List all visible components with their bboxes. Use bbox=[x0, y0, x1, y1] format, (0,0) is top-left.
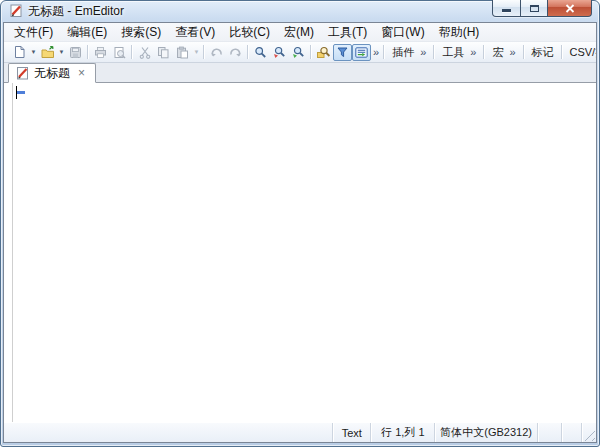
menu-item-macros[interactable]: 宏(M) bbox=[277, 23, 321, 41]
plugins-overflow-icon[interactable]: » bbox=[418, 44, 428, 61]
print-preview-button[interactable] bbox=[110, 44, 129, 61]
undo-button[interactable] bbox=[207, 44, 226, 61]
toolbar-separator bbox=[310, 45, 312, 59]
open-file-icon bbox=[41, 46, 55, 59]
window-controls bbox=[492, 0, 592, 17]
macros-toolbar-button[interactable]: 宏 bbox=[490, 45, 505, 60]
menu-item-compare[interactable]: 比较(C) bbox=[222, 23, 277, 41]
emeditor-document-icon bbox=[16, 67, 29, 80]
app-icon bbox=[9, 4, 23, 18]
toolbar-separator bbox=[433, 45, 435, 59]
find-in-files-icon bbox=[317, 46, 331, 59]
toolbar-group-markers: 标记 bbox=[527, 45, 559, 60]
minimize-icon bbox=[502, 9, 511, 12]
macros-overflow-icon[interactable]: » bbox=[507, 44, 517, 61]
csv-sort-toolbar-button[interactable]: CSV/排序 bbox=[568, 45, 597, 60]
toolbar-separator bbox=[383, 45, 385, 59]
copy-icon bbox=[157, 46, 170, 59]
find-button[interactable] bbox=[251, 44, 270, 61]
menu-item-window[interactable]: 窗口(W) bbox=[374, 23, 431, 41]
find-next-icon bbox=[273, 46, 286, 59]
toolbar-separator bbox=[203, 45, 205, 59]
tab-label: 无标题 bbox=[34, 65, 70, 82]
find-in-files-button[interactable] bbox=[314, 44, 333, 61]
cut-icon bbox=[139, 46, 151, 59]
toolbar-group-macros: 宏 » bbox=[487, 44, 520, 61]
close-icon bbox=[565, 4, 575, 13]
toolbar-separator bbox=[87, 45, 89, 59]
menu-item-search[interactable]: 搜索(S) bbox=[114, 23, 168, 41]
print-preview-icon bbox=[113, 46, 126, 59]
client-area: 文件(F) 编辑(E) 搜索(S) 查看(V) 比较(C) 宏(M) 工具(T)… bbox=[3, 22, 597, 443]
menu-item-help[interactable]: 帮助(H) bbox=[432, 23, 487, 41]
status-grip-cell bbox=[581, 423, 596, 442]
minimize-button[interactable] bbox=[492, 0, 521, 17]
cut-button[interactable] bbox=[135, 44, 154, 61]
redo-button[interactable] bbox=[226, 44, 245, 61]
menu-item-edit[interactable]: 编辑(E) bbox=[60, 23, 114, 41]
find-next-button[interactable] bbox=[270, 44, 289, 61]
tab-close-button[interactable]: × bbox=[75, 67, 88, 79]
find-icon bbox=[254, 46, 267, 59]
print-icon bbox=[94, 46, 107, 59]
print-button[interactable] bbox=[91, 44, 110, 61]
undo-icon bbox=[210, 46, 223, 58]
tools-toolbar-button[interactable]: 工具 bbox=[440, 45, 466, 60]
status-bar: Text 行 1,列 1 简体中文(GB2312) bbox=[4, 422, 596, 442]
status-empty-cell bbox=[561, 423, 581, 442]
menubar: 文件(F) 编辑(E) 搜索(S) 查看(V) 比较(C) 宏(M) 工具(T)… bbox=[4, 23, 596, 42]
editor-margin-line bbox=[12, 83, 13, 422]
eof-marker bbox=[17, 91, 25, 94]
filter-toggle-button[interactable] bbox=[333, 44, 352, 61]
word-wrap-icon bbox=[355, 46, 368, 59]
paste-icon bbox=[176, 46, 189, 59]
paste-button[interactable] bbox=[173, 44, 192, 61]
redo-icon bbox=[229, 46, 242, 58]
new-file-icon bbox=[13, 45, 26, 59]
status-mode[interactable]: Text bbox=[332, 423, 370, 442]
maximize-icon bbox=[530, 5, 539, 12]
resize-grip[interactable] bbox=[584, 430, 595, 441]
menu-item-file[interactable]: 文件(F) bbox=[7, 23, 60, 41]
close-button[interactable] bbox=[548, 0, 592, 17]
document-tab[interactable]: 无标题 × bbox=[8, 63, 96, 83]
toolbar-separator bbox=[523, 45, 525, 59]
maximize-button[interactable] bbox=[521, 0, 548, 17]
tools-overflow-icon[interactable]: » bbox=[468, 44, 478, 61]
menu-item-tools[interactable]: 工具(T) bbox=[321, 23, 374, 41]
copy-button[interactable] bbox=[154, 44, 173, 61]
tab-bar: 无标题 × bbox=[4, 63, 596, 83]
new-file-dropdown[interactable]: ▼ bbox=[29, 44, 38, 61]
toolbar-group-plugins: 插件 » bbox=[387, 44, 431, 61]
status-empty-cell bbox=[537, 423, 561, 442]
toolbar: ▼ ▼ bbox=[4, 42, 596, 63]
emeditor-window: 无标题 - EmEditor 文件(F) 编辑(E) 搜索(S) 查看(V) 比… bbox=[0, 0, 600, 447]
toolbar-overflow-button[interactable]: » bbox=[371, 44, 381, 61]
toolbar-group-csv-sort: CSV/排序 » bbox=[565, 44, 597, 61]
plugins-toolbar-button[interactable]: 插件 bbox=[390, 45, 416, 60]
toolbar-separator bbox=[247, 45, 249, 59]
save-button[interactable] bbox=[66, 44, 85, 61]
filter-icon bbox=[336, 46, 349, 59]
toolbar-separator bbox=[483, 45, 485, 59]
save-icon bbox=[69, 46, 82, 59]
open-file-button[interactable] bbox=[38, 44, 57, 61]
open-file-dropdown[interactable]: ▼ bbox=[57, 44, 66, 61]
replace-icon bbox=[292, 46, 305, 59]
replace-button[interactable] bbox=[289, 44, 308, 61]
new-file-button[interactable] bbox=[10, 44, 29, 61]
word-wrap-toggle-button[interactable] bbox=[352, 44, 371, 61]
menu-item-view[interactable]: 查看(V) bbox=[168, 23, 222, 41]
window-title: 无标题 - EmEditor bbox=[28, 3, 124, 20]
status-caret-position[interactable]: 行 1,列 1 bbox=[370, 423, 434, 442]
text-editor-area[interactable] bbox=[4, 83, 596, 422]
toolbar-separator bbox=[131, 45, 133, 59]
toolbar-separator bbox=[561, 45, 563, 59]
toolbar-group-tools: 工具 » bbox=[437, 44, 481, 61]
paste-dropdown[interactable]: ▼ bbox=[192, 44, 201, 61]
status-encoding[interactable]: 简体中文(GB2312) bbox=[434, 423, 537, 442]
markers-toolbar-button[interactable]: 标记 bbox=[530, 45, 556, 60]
